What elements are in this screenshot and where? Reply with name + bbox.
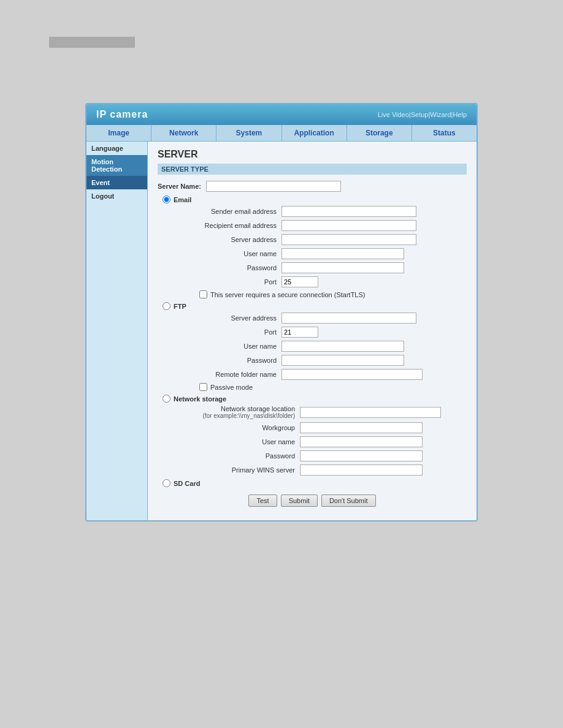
secure-connection-checkbox[interactable] xyxy=(199,290,207,298)
sd-card-radio[interactable] xyxy=(163,479,170,487)
test-button[interactable]: Test xyxy=(248,495,277,507)
section-title: SERVER xyxy=(158,149,467,160)
tab-status[interactable]: Status xyxy=(412,125,477,141)
sidebar-item-logout[interactable]: Logout xyxy=(86,189,147,203)
network-storage-radio[interactable] xyxy=(163,395,170,403)
submit-button[interactable]: Submit xyxy=(281,495,318,507)
ns-username-row: User name xyxy=(181,436,467,447)
ftp-server-address-input[interactable] xyxy=(282,313,416,324)
recipient-email-row: Recipient email address xyxy=(181,220,467,231)
nav-tabs: Image Network System Application Storage… xyxy=(86,125,477,142)
ns-password-label: Password xyxy=(183,452,300,460)
ftp-remote-folder-label: Remote folder name xyxy=(183,371,282,378)
network-storage-location-input[interactable] xyxy=(300,407,441,418)
top-bar xyxy=(49,37,135,48)
passive-mode-label: Passive mode xyxy=(210,384,253,391)
email-password-input[interactable] xyxy=(282,262,404,273)
workgroup-label: Workgroup xyxy=(183,424,300,431)
ftp-password-label: Password xyxy=(183,357,282,364)
ftp-password-row: Password xyxy=(181,355,467,366)
ftp-radio-row: FTP xyxy=(163,302,467,310)
sender-email-row: Sender email address xyxy=(181,206,467,217)
email-password-label: Password xyxy=(183,264,282,271)
ftp-section: FTP Server address Port User name xyxy=(163,302,467,391)
email-section: Email Sender email address Recipient ema… xyxy=(163,195,467,298)
live-video-link[interactable]: Live Video xyxy=(378,111,409,118)
email-server-address-row: Server address xyxy=(181,234,467,245)
wizard-link[interactable]: Wizard xyxy=(430,111,451,118)
email-password-row: Password xyxy=(181,262,467,273)
passive-mode-checkbox[interactable] xyxy=(199,383,207,391)
sidebar-item-event[interactable]: Event xyxy=(86,176,147,189)
network-storage-fields: Network storage location (for example:\\… xyxy=(181,405,467,476)
email-label: Email xyxy=(174,196,191,203)
tab-network[interactable]: Network xyxy=(151,125,216,141)
ftp-radio[interactable] xyxy=(163,302,170,310)
ftp-port-row: Port xyxy=(181,327,467,338)
server-name-label: Server Name: xyxy=(158,183,201,190)
ftp-label: FTP xyxy=(174,303,186,310)
ftp-server-address-row: Server address xyxy=(181,313,467,324)
camera-container: IP camera Live Video|Setup|Wizard|Help I… xyxy=(85,103,478,521)
ftp-server-address-label: Server address xyxy=(183,314,282,322)
network-storage-section: Network storage Network storage location… xyxy=(163,395,467,476)
sidebar: Language Motion Detection Event Logout xyxy=(86,142,148,520)
ftp-username-input[interactable] xyxy=(282,341,404,352)
dont-submit-button[interactable]: Don't Submit xyxy=(321,495,376,507)
tab-image[interactable]: Image xyxy=(86,125,151,141)
ns-username-input[interactable] xyxy=(300,436,423,447)
wins-server-input[interactable] xyxy=(300,464,423,476)
email-fields: Sender email address Recipient email add… xyxy=(181,206,467,298)
email-server-address-input[interactable] xyxy=(282,234,416,245)
sd-card-label: SD Card xyxy=(174,480,200,487)
recipient-email-label: Recipient email address xyxy=(183,222,282,229)
email-port-input[interactable] xyxy=(282,276,318,287)
email-server-address-label: Server address xyxy=(183,236,282,243)
ftp-remote-folder-input[interactable] xyxy=(282,369,423,380)
ftp-remote-folder-row: Remote folder name xyxy=(181,369,467,380)
camera-header: IP camera Live Video|Setup|Wizard|Help xyxy=(86,104,477,125)
help-link[interactable]: Help xyxy=(453,111,467,118)
workgroup-row: Workgroup xyxy=(181,422,467,433)
secure-connection-row: This server requires a secure connection… xyxy=(199,290,467,298)
email-radio-row: Email xyxy=(163,195,467,203)
ns-password-row: Password xyxy=(181,450,467,461)
sender-email-label: Sender email address xyxy=(183,208,282,215)
header-links: Live Video|Setup|Wizard|Help xyxy=(378,111,467,118)
button-row: Test Submit Don't Submit xyxy=(158,495,467,513)
workgroup-input[interactable] xyxy=(300,422,423,433)
server-name-input[interactable] xyxy=(206,181,341,192)
email-radio[interactable] xyxy=(163,195,170,203)
network-storage-location-row: Network storage location (for example:\\… xyxy=(181,405,467,419)
network-storage-location-label: Network storage location xyxy=(221,405,295,412)
email-username-label: User name xyxy=(183,250,282,257)
ftp-password-input[interactable] xyxy=(282,355,404,366)
sd-card-section: SD Card xyxy=(163,479,467,487)
camera-title: IP camera xyxy=(96,109,148,120)
passive-mode-row: Passive mode xyxy=(199,383,467,391)
ftp-port-label: Port xyxy=(183,328,282,336)
tab-system[interactable]: System xyxy=(216,125,282,141)
setup-link[interactable]: Setup xyxy=(411,111,429,118)
email-port-label: Port xyxy=(183,278,282,286)
sidebar-item-motion-detection[interactable]: Motion Detection xyxy=(86,155,147,176)
wins-server-row: Primary WINS server xyxy=(181,464,467,476)
page-wrapper: IP camera Live Video|Setup|Wizard|Help I… xyxy=(0,0,563,728)
network-storage-example: (for example:\\my_nas\disk\folder) xyxy=(202,412,295,419)
email-username-input[interactable] xyxy=(282,248,404,259)
sender-email-input[interactable] xyxy=(282,206,416,217)
network-storage-label: Network storage xyxy=(174,395,226,403)
section-subtitle: SERVER TYPE xyxy=(158,164,467,175)
tab-storage[interactable]: Storage xyxy=(347,125,412,141)
ns-password-input[interactable] xyxy=(300,450,423,461)
main-layout: Language Motion Detection Event Logout S… xyxy=(86,142,477,520)
ns-username-label: User name xyxy=(183,438,300,446)
recipient-email-input[interactable] xyxy=(282,220,416,231)
ftp-fields: Server address Port User name Passw xyxy=(181,313,467,391)
email-port-row: Port xyxy=(181,276,467,287)
ftp-username-label: User name xyxy=(183,343,282,350)
sidebar-item-language[interactable]: Language xyxy=(86,142,147,155)
ftp-username-row: User name xyxy=(181,341,467,352)
tab-application[interactable]: Application xyxy=(282,125,347,141)
ftp-port-input[interactable] xyxy=(282,327,318,338)
